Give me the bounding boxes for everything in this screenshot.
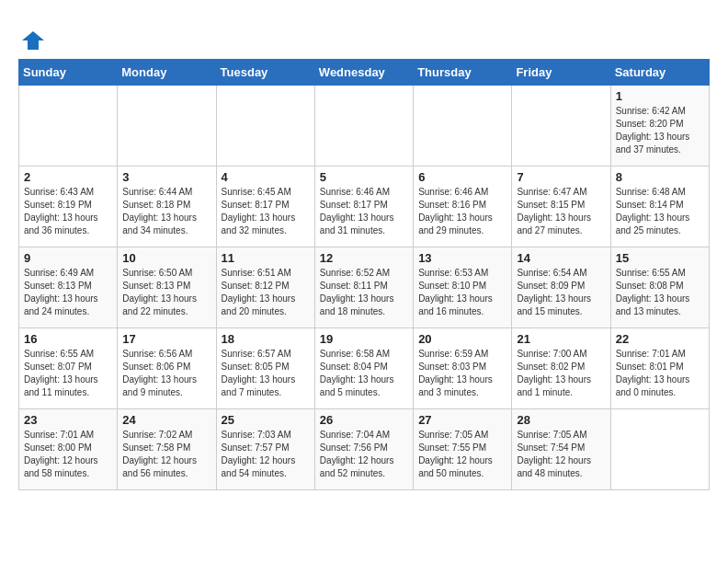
calendar-table: SundayMondayTuesdayWednesdayThursdayFrid…	[18, 59, 710, 490]
day-number: 26	[320, 413, 408, 427]
day-cell: 28Sunrise: 7:05 AM Sunset: 7:54 PM Dayli…	[512, 409, 610, 490]
weekday-thursday: Thursday	[414, 60, 512, 86]
day-cell: 18Sunrise: 6:57 AM Sunset: 8:05 PM Dayli…	[216, 328, 314, 409]
day-number: 1	[616, 89, 704, 103]
day-info: Sunrise: 6:52 AM Sunset: 8:11 PM Dayligh…	[320, 267, 408, 318]
day-cell	[19, 86, 118, 167]
day-number: 3	[122, 170, 210, 184]
day-number: 18	[222, 332, 310, 346]
day-cell: 14Sunrise: 6:54 AM Sunset: 8:09 PM Dayli…	[512, 247, 610, 328]
day-info: Sunrise: 7:05 AM Sunset: 7:54 PM Dayligh…	[517, 429, 605, 480]
day-number: 19	[320, 332, 408, 346]
weekday-saturday: Saturday	[610, 60, 709, 86]
day-info: Sunrise: 6:56 AM Sunset: 8:06 PM Dayligh…	[122, 348, 210, 399]
day-info: Sunrise: 6:42 AM Sunset: 8:20 PM Dayligh…	[616, 105, 704, 156]
day-info: Sunrise: 6:46 AM Sunset: 8:17 PM Dayligh…	[320, 186, 408, 237]
day-number: 23	[24, 413, 112, 427]
day-info: Sunrise: 6:57 AM Sunset: 8:05 PM Dayligh…	[222, 348, 310, 399]
day-info: Sunrise: 7:02 AM Sunset: 7:58 PM Dayligh…	[122, 429, 210, 480]
day-info: Sunrise: 6:48 AM Sunset: 8:14 PM Dayligh…	[616, 186, 704, 237]
week-row-3: 9Sunrise: 6:49 AM Sunset: 8:13 PM Daylig…	[19, 247, 710, 328]
day-info: Sunrise: 7:00 AM Sunset: 8:02 PM Dayligh…	[517, 348, 605, 399]
day-cell: 8Sunrise: 6:48 AM Sunset: 8:14 PM Daylig…	[610, 167, 709, 247]
day-number: 24	[122, 413, 210, 427]
day-info: Sunrise: 6:44 AM Sunset: 8:18 PM Dayligh…	[122, 186, 210, 237]
week-row-5: 23Sunrise: 7:01 AM Sunset: 8:00 PM Dayli…	[19, 409, 710, 490]
day-cell: 24Sunrise: 7:02 AM Sunset: 7:58 PM Dayli…	[118, 409, 216, 490]
logo-icon	[20, 28, 46, 53]
day-cell: 16Sunrise: 6:55 AM Sunset: 8:07 PM Dayli…	[19, 328, 118, 409]
day-cell: 1Sunrise: 6:42 AM Sunset: 8:20 PM Daylig…	[610, 86, 709, 167]
day-number: 21	[517, 332, 605, 346]
day-cell: 27Sunrise: 7:05 AM Sunset: 7:55 PM Dayli…	[414, 409, 512, 490]
day-info: Sunrise: 7:05 AM Sunset: 7:55 PM Dayligh…	[418, 429, 506, 480]
logo	[18, 28, 46, 50]
day-cell: 10Sunrise: 6:50 AM Sunset: 8:13 PM Dayli…	[118, 247, 216, 328]
weekday-wednesday: Wednesday	[314, 60, 413, 86]
weekday-monday: Monday	[118, 60, 216, 86]
week-row-1: 1Sunrise: 6:42 AM Sunset: 8:20 PM Daylig…	[19, 86, 710, 167]
day-cell	[314, 86, 413, 167]
day-cell: 15Sunrise: 6:55 AM Sunset: 8:08 PM Dayli…	[610, 247, 709, 328]
week-row-4: 16Sunrise: 6:55 AM Sunset: 8:07 PM Dayli…	[19, 328, 710, 409]
day-cell	[610, 409, 709, 490]
day-number: 10	[122, 251, 210, 265]
day-info: Sunrise: 7:03 AM Sunset: 7:57 PM Dayligh…	[222, 429, 310, 480]
day-number: 6	[418, 170, 506, 184]
day-cell	[216, 86, 314, 167]
day-cell: 5Sunrise: 6:46 AM Sunset: 8:17 PM Daylig…	[314, 167, 413, 247]
day-number: 16	[24, 332, 112, 346]
day-cell: 9Sunrise: 6:49 AM Sunset: 8:13 PM Daylig…	[19, 247, 118, 328]
day-cell	[118, 86, 216, 167]
weekday-sunday: Sunday	[19, 60, 118, 86]
day-info: Sunrise: 7:01 AM Sunset: 8:01 PM Dayligh…	[616, 348, 704, 399]
day-number: 5	[320, 170, 408, 184]
day-number: 27	[418, 413, 506, 427]
day-cell	[512, 86, 610, 167]
day-number: 12	[320, 251, 408, 265]
day-cell: 23Sunrise: 7:01 AM Sunset: 8:00 PM Dayli…	[19, 409, 118, 490]
day-cell: 22Sunrise: 7:01 AM Sunset: 8:01 PM Dayli…	[610, 328, 709, 409]
day-number: 17	[122, 332, 210, 346]
day-info: Sunrise: 6:55 AM Sunset: 8:07 PM Dayligh…	[24, 348, 112, 399]
day-number: 8	[616, 170, 704, 184]
day-cell: 17Sunrise: 6:56 AM Sunset: 8:06 PM Dayli…	[118, 328, 216, 409]
day-info: Sunrise: 6:47 AM Sunset: 8:15 PM Dayligh…	[517, 186, 605, 237]
svg-marker-0	[22, 31, 44, 50]
day-number: 4	[222, 170, 310, 184]
page-header	[18, 18, 710, 50]
day-cell: 26Sunrise: 7:04 AM Sunset: 7:56 PM Dayli…	[314, 409, 413, 490]
day-info: Sunrise: 6:53 AM Sunset: 8:10 PM Dayligh…	[418, 267, 506, 318]
day-cell	[414, 86, 512, 167]
day-cell: 6Sunrise: 6:46 AM Sunset: 8:16 PM Daylig…	[414, 167, 512, 247]
day-number: 28	[517, 413, 605, 427]
day-cell: 12Sunrise: 6:52 AM Sunset: 8:11 PM Dayli…	[314, 247, 413, 328]
day-number: 25	[222, 413, 310, 427]
day-info: Sunrise: 6:55 AM Sunset: 8:08 PM Dayligh…	[616, 267, 704, 318]
day-cell: 11Sunrise: 6:51 AM Sunset: 8:12 PM Dayli…	[216, 247, 314, 328]
weekday-friday: Friday	[512, 60, 610, 86]
day-info: Sunrise: 6:54 AM Sunset: 8:09 PM Dayligh…	[517, 267, 605, 318]
weekday-header-row: SundayMondayTuesdayWednesdayThursdayFrid…	[19, 60, 710, 86]
day-cell: 7Sunrise: 6:47 AM Sunset: 8:15 PM Daylig…	[512, 167, 610, 247]
calendar-body: 1Sunrise: 6:42 AM Sunset: 8:20 PM Daylig…	[19, 86, 710, 490]
day-info: Sunrise: 7:01 AM Sunset: 8:00 PM Dayligh…	[24, 429, 112, 480]
day-number: 9	[24, 251, 112, 265]
day-cell: 13Sunrise: 6:53 AM Sunset: 8:10 PM Dayli…	[414, 247, 512, 328]
day-info: Sunrise: 6:43 AM Sunset: 8:19 PM Dayligh…	[24, 186, 112, 237]
day-number: 20	[418, 332, 506, 346]
day-cell: 3Sunrise: 6:44 AM Sunset: 8:18 PM Daylig…	[118, 167, 216, 247]
day-number: 22	[616, 332, 704, 346]
day-info: Sunrise: 7:04 AM Sunset: 7:56 PM Dayligh…	[320, 429, 408, 480]
day-number: 11	[222, 251, 310, 265]
day-info: Sunrise: 6:45 AM Sunset: 8:17 PM Dayligh…	[222, 186, 310, 237]
day-number: 2	[24, 170, 112, 184]
week-row-2: 2Sunrise: 6:43 AM Sunset: 8:19 PM Daylig…	[19, 167, 710, 247]
day-info: Sunrise: 6:58 AM Sunset: 8:04 PM Dayligh…	[320, 348, 408, 399]
day-cell: 2Sunrise: 6:43 AM Sunset: 8:19 PM Daylig…	[19, 167, 118, 247]
day-cell: 21Sunrise: 7:00 AM Sunset: 8:02 PM Dayli…	[512, 328, 610, 409]
day-number: 13	[418, 251, 506, 265]
day-cell: 20Sunrise: 6:59 AM Sunset: 8:03 PM Dayli…	[414, 328, 512, 409]
day-number: 14	[517, 251, 605, 265]
day-info: Sunrise: 6:50 AM Sunset: 8:13 PM Dayligh…	[122, 267, 210, 318]
